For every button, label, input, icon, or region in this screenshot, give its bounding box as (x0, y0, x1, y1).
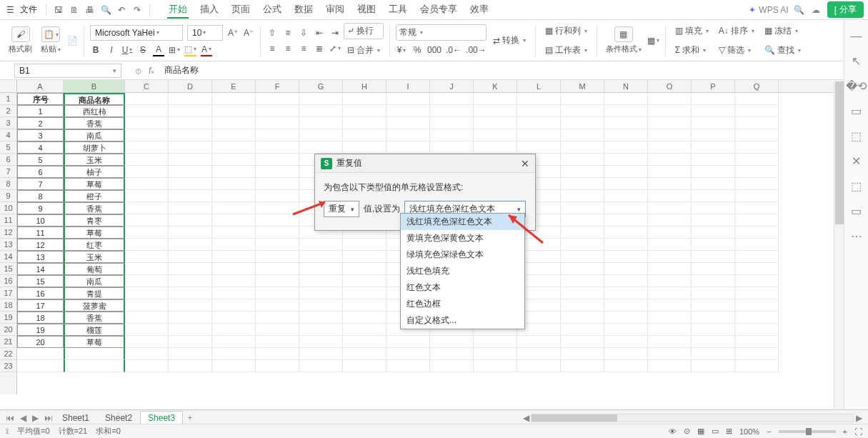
merge-button[interactable]: ⊟ 合并 (344, 42, 384, 59)
cell[interactable] (692, 154, 735, 166)
cell[interactable] (212, 141, 256, 154)
cell[interactable] (692, 251, 735, 263)
zoom-out-icon[interactable]: − (767, 427, 771, 436)
cell[interactable] (125, 287, 169, 299)
align-top-icon[interactable]: ⇧ (266, 26, 278, 39)
cell[interactable] (604, 141, 648, 154)
cell[interactable] (561, 154, 604, 166)
cell[interactable] (212, 239, 256, 251)
cell[interactable] (169, 312, 212, 324)
worksheet-button[interactable]: ▤ 工作表 (542, 42, 591, 59)
name-box[interactable]: B1 (14, 64, 121, 78)
fx-icon[interactable]: fₓ (149, 66, 154, 76)
dropdown-option[interactable]: 红色边框 (401, 296, 524, 312)
tab-tools[interactable]: 工具 (387, 1, 409, 19)
cell[interactable]: 5 (17, 154, 64, 166)
cell[interactable] (561, 93, 604, 105)
cell[interactable] (735, 93, 779, 105)
cell[interactable] (735, 275, 779, 287)
cell[interactable] (256, 190, 299, 202)
dropdown-option[interactable]: 红色文本 (401, 279, 524, 296)
cell[interactable] (299, 287, 343, 299)
cell[interactable]: 榴莲 (64, 324, 125, 336)
cell[interactable] (169, 251, 212, 263)
sheet-nav-prev-icon[interactable]: ◀ (19, 413, 28, 423)
cell[interactable] (343, 239, 386, 251)
cell[interactable] (212, 117, 256, 129)
italic-button[interactable]: I (106, 44, 117, 56)
cell[interactable] (604, 360, 648, 372)
column-header[interactable]: Q (735, 80, 779, 92)
tab-page[interactable]: 页面 (230, 1, 251, 19)
inc-decimal-icon[interactable]: .0← (446, 44, 462, 56)
cell[interactable] (256, 336, 299, 348)
cell[interactable] (212, 251, 256, 263)
cell[interactable] (256, 263, 299, 275)
cell[interactable] (561, 360, 604, 372)
cell[interactable] (169, 275, 212, 287)
cell[interactable] (604, 214, 648, 227)
cell[interactable] (430, 336, 474, 348)
sheet-nav-next-icon[interactable]: ▶ (31, 413, 40, 423)
sort-button[interactable]: A↓ 排序 (715, 23, 758, 39)
formula-input[interactable]: 商品名称 (160, 64, 868, 76)
cell[interactable] (212, 214, 256, 227)
cell[interactable] (648, 141, 692, 154)
row-headers[interactable]: 1234567891011121314151617181920212223 (0, 80, 17, 394)
cell[interactable] (125, 129, 169, 141)
cell[interactable] (169, 105, 212, 117)
cell[interactable]: 红枣 (64, 239, 125, 251)
row-header[interactable]: 3 (0, 117, 16, 129)
cell[interactable] (561, 275, 604, 287)
cell[interactable]: 胡萝卜 (64, 141, 125, 154)
column-header[interactable]: A (17, 80, 64, 92)
cell[interactable] (648, 154, 692, 166)
cond-format-icon[interactable]: ▦ (614, 26, 633, 42)
cell[interactable] (735, 154, 779, 166)
cell[interactable]: 橙子 (64, 190, 125, 202)
cell[interactable] (256, 360, 299, 372)
cell[interactable] (212, 275, 256, 287)
dropdown-option[interactable]: 自定义格式... (401, 312, 524, 329)
cell[interactable] (256, 154, 299, 166)
cell[interactable]: 柚子 (64, 166, 125, 178)
cell[interactable] (474, 141, 517, 154)
side-panel-icon[interactable]: ▭ (851, 104, 862, 118)
cell[interactable] (604, 263, 648, 275)
number-format-select[interactable]: 常规 (396, 24, 487, 41)
cell[interactable] (343, 348, 386, 360)
cell[interactable] (299, 105, 343, 117)
cell[interactable]: 香蕉 (64, 117, 125, 129)
side-backup-icon[interactable]: ▭ (851, 204, 862, 218)
cell[interactable] (343, 263, 386, 275)
cell[interactable] (692, 178, 735, 190)
cell[interactable] (648, 117, 692, 129)
cell[interactable] (692, 190, 735, 202)
sheet-tab[interactable]: Sheet1 (54, 411, 97, 425)
cell[interactable] (256, 105, 299, 117)
dropdown-option[interactable]: 绿填充色深绿色文本 (401, 247, 524, 263)
cell[interactable]: 西红柿 (64, 105, 125, 117)
cell[interactable] (386, 348, 430, 360)
percent-icon[interactable]: % (411, 44, 423, 56)
cell[interactable] (604, 190, 648, 202)
fullscreen-icon[interactable]: ⛶ (854, 427, 862, 436)
tab-data[interactable]: 数据 (293, 1, 314, 19)
cell[interactable] (474, 117, 517, 129)
cell[interactable] (735, 202, 779, 214)
cell[interactable] (692, 227, 735, 239)
cell[interactable] (125, 336, 169, 348)
cell[interactable] (692, 141, 735, 154)
cell[interactable] (256, 275, 299, 287)
cell[interactable] (343, 287, 386, 299)
cell[interactable] (212, 154, 256, 166)
cell[interactable] (212, 263, 256, 275)
cell[interactable] (299, 348, 343, 360)
cell[interactable] (692, 166, 735, 178)
cell[interactable] (299, 93, 343, 105)
cell[interactable] (735, 105, 779, 117)
cell[interactable] (256, 251, 299, 263)
cell[interactable] (169, 299, 212, 312)
cell[interactable] (299, 239, 343, 251)
cell[interactable] (735, 117, 779, 129)
